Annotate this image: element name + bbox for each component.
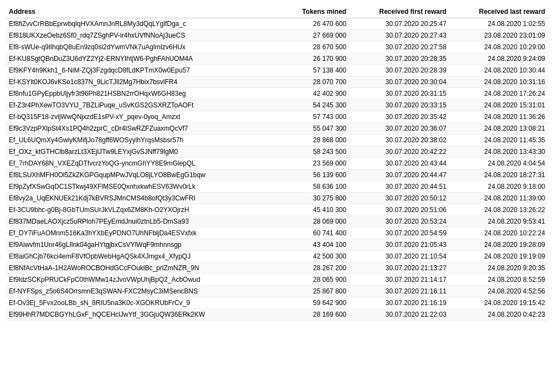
- address-cell: Ef9c3VzpPXlpSt4Xs1PQ4h2zprC_cDr4ISwRZFZu…: [6, 123, 281, 135]
- first-reward-cell: 30.07.2020 20:33:15: [350, 100, 450, 111]
- table-row: Ef-KSYlt0KOJ6vKSo1c837N_9LicTJll2Mg7Hbix…: [6, 76, 548, 88]
- address-cell: Ef9pZyfXSwGqDC1STkwj49XFlMSE0QxnhxkwhESV…: [6, 181, 281, 193]
- first-reward-cell: 30.07.2020 20:28:35: [350, 53, 450, 65]
- table-row: Ef8LSUXhMFH0Ol5ZkZKGPGqupMPwJVqLO8jLYO8B…: [6, 169, 548, 181]
- address-cell: Ef818UKXzeOebz6Sf0_rdq7ZSghPV-ir4hxUVfNN…: [6, 30, 281, 42]
- first-reward-cell: 30.07.2020 21:14:17: [350, 274, 450, 286]
- first-reward-cell: 30.07.2020 20:27:43: [350, 30, 450, 42]
- tokens-cell: 28 069 000: [281, 216, 350, 228]
- address-cell: Ef8fiZvvCrRBbEprwbqlqHVXAmnJnRL8My3dQqLY…: [6, 18, 281, 30]
- last-reward-cell: 24.08.2020 19:28:09: [450, 239, 548, 251]
- column-header-3: Received last reward: [450, 6, 548, 18]
- tokens-cell: 45 410 300: [281, 204, 350, 216]
- tokens-cell: 28 065 900: [281, 274, 350, 286]
- table-row: Ef-Ov3Ej_5Fvx2ooLBb_sN_8RIU5na3K0c-XGOKR…: [6, 297, 548, 309]
- tokens-cell: 54 245 300: [281, 100, 350, 111]
- last-reward-cell: 24.08.2020 17:26:24: [450, 88, 548, 100]
- first-reward-cell: 30.07.2020 21:10:54: [350, 251, 450, 262]
- tokens-cell: 42 500 300: [281, 251, 350, 262]
- first-reward-cell: 30.07.2020 21:22:03: [350, 309, 450, 321]
- tokens-cell: 57 743 000: [281, 111, 350, 123]
- last-reward-cell: 24.08.2020 9:18:00: [450, 181, 548, 193]
- tokens-cell: 28 267 200: [281, 262, 350, 274]
- column-header-1: Tokens mined: [281, 6, 350, 18]
- last-reward-cell: 24.08.2020 10:22:24: [450, 228, 548, 239]
- first-reward-cell: 30.07.2020 20:43:44: [350, 158, 450, 169]
- tokens-cell: 42 402 900: [281, 88, 350, 100]
- address-cell: Ef_7rhDAY68N_VXEZqDTfvcrzYoQG-yncmGhYY8E…: [6, 158, 281, 169]
- last-reward-cell: 24.08.2020 9:53:41: [450, 216, 548, 228]
- tokens-cell: 59 642 900: [281, 297, 350, 309]
- table-row: Ef-Z3r4PhXewTO3VYlJ_7BZLiPuqe_uSvKGS2GSX…: [6, 100, 548, 111]
- address-cell: Ef9KFY4h9Kkh1_6-NiM-ZQj3FzgdqcD8fLdKPTmX…: [6, 65, 281, 76]
- column-header-2: Received first reward: [350, 6, 450, 18]
- tokens-cell: 60 741 400: [281, 228, 350, 239]
- first-reward-cell: 30.07.2020 20:53:24: [350, 216, 450, 228]
- last-reward-cell: 24.08.2020 13:26:22: [450, 204, 548, 216]
- address-cell: Ef-NYFSps_z5o6S4OrrsmnE3qSWAN-FXC2MsyC3i…: [6, 286, 281, 297]
- tokens-cell: 23 569 000: [281, 158, 350, 169]
- last-reward-cell: 24.08.2020 8:52:59: [450, 274, 548, 286]
- table-row: Ef-NYFSps_z5o6S4OrrsmnE3qSWAN-FXC2MsyC3i…: [6, 286, 548, 297]
- tokens-cell: 57 138 400: [281, 65, 350, 76]
- tokens-cell: 58 243 500: [281, 146, 350, 158]
- last-reward-cell: 24.08.2020 9:24:09: [450, 53, 548, 65]
- address-cell: Ef-KU8SgtQBnDuZ3U6dYZ2Yj2-ERNYIhtjW6-Pgh…: [6, 53, 281, 65]
- first-reward-cell: 30.07.2020 20:42:22: [350, 146, 450, 158]
- tokens-cell: 28 868 000: [281, 135, 350, 146]
- last-reward-cell: 24.08.2020 13:43:30: [450, 146, 548, 158]
- last-reward-cell: 24.08.2020 18:27:31: [450, 169, 548, 181]
- table-row: Ef818UKXzeOebz6Sf0_rdq7ZSghPV-ir4hxUVfNN…: [6, 30, 548, 42]
- table-row: Ef9KFY4h9Kkh1_6-NiM-ZQj3FzgdqcD8fLdKPTmX…: [6, 65, 548, 76]
- tokens-cell: 28 169 600: [281, 309, 350, 321]
- first-reward-cell: 30.07.2020 21:16:11: [350, 286, 450, 297]
- table-row: Ef837MDaeLAOXjcz5uRPloh7PEyEmdJnui0ztnLb…: [6, 216, 548, 228]
- table-row: Ef99HhR7MDCBGYhLGxF_hQCEHclJwYtf_3GGjuQW…: [6, 309, 548, 321]
- tokens-cell: 25 867 800: [281, 286, 350, 297]
- tokens-cell: 56 139 600: [281, 169, 350, 181]
- address-cell: Ef9Aiwvfm1Unr46gLIlnk04gaHYtgjbxCsVYlWqF…: [6, 239, 281, 251]
- address-cell: Ef8-sWUe-q9IlhqbQ8uEn9zq0si2dYwmVNk7uAgl…: [6, 42, 281, 53]
- table-row: Ef_DY7iFuAOMnm516Ka3hYXbEyPDNO7UhNFbljDa…: [6, 228, 548, 239]
- table-row: Ef-KU8SgtQBnDuZ3U6dYZ2Yj2-ERNYIhtjW6-Pgh…: [6, 53, 548, 65]
- first-reward-cell: 30.07.2020 20:36:07: [350, 123, 450, 135]
- table-row: Ef_UL6UQmXy4GwiyKMifjJo78gff6WOSyylhYrqs…: [6, 135, 548, 146]
- first-reward-cell: 30.07.2020 20:27:58: [350, 42, 450, 53]
- last-reward-cell: 24.08.2020 9:20:35: [450, 262, 548, 274]
- address-cell: Ef-Z3r4PhXewTO3VYlJ_7BZLiPuqe_uSvKGS2GSX…: [6, 100, 281, 111]
- last-reward-cell: 24.08.2020 19:19:09: [450, 251, 548, 262]
- last-reward-cell: 24.08.2020 10:31:16: [450, 76, 548, 88]
- address-cell: Ef8NfAcVtHaA-1H2AWoROCBOHdGCcFOuklBc_prl…: [6, 262, 281, 274]
- address-cell: Ef8LSUXhMFH0Ol5ZkZKGPGqupMPwJVqLO8jLYO8B…: [6, 169, 281, 181]
- tokens-cell: 28 670 500: [281, 42, 350, 53]
- table-row: Ef_7rhDAY68N_VXEZqDTfvcrzYoQG-yncmGhYY8E…: [6, 158, 548, 169]
- first-reward-cell: 30.07.2020 20:44:51: [350, 181, 450, 193]
- first-reward-cell: 30.07.2020 20:38:02: [350, 135, 450, 146]
- first-reward-cell: 30.07.2020 21:05:43: [350, 239, 450, 251]
- tokens-cell: 26 470 600: [281, 18, 350, 30]
- address-cell: Ef99HhR7MDCBGYhLGxF_hQCEHclJwYtf_3GGjuQW…: [6, 309, 281, 321]
- last-reward-cell: 24.08.2020 4:52:56: [450, 286, 548, 297]
- tokens-cell: 55 047 300: [281, 123, 350, 135]
- tokens-cell: 58 636 100: [281, 181, 350, 193]
- last-reward-cell: 24.08.2020 11:45:35: [450, 135, 548, 146]
- first-reward-cell: 30.07.2020 21:13:27: [350, 262, 450, 274]
- table-row: Ef9ldzSCKpPRUCkFpC0thWMw14zJvoVWpUhjBpQ2…: [6, 274, 548, 286]
- first-reward-cell: 30.07.2020 20:44:47: [350, 169, 450, 181]
- address-cell: Ef-Ov3Ej_5Fvx2ooLBb_sN_8RIU5na3K0c-XGOKR…: [6, 297, 281, 309]
- table-row: Ef8nfu1GPyEppbUljyfr3t96Ph821HSBN2rrOHqx…: [6, 88, 548, 100]
- address-cell: Ef837MDaeLAOXjcz5uRPloh7PEyEmdJnui0ztnLb…: [6, 216, 281, 228]
- table-row: Ef8vy2a_UqEKNUEk21Kdj7kBVRSJMnCMS4b8ofQt…: [6, 193, 548, 204]
- last-reward-cell: 24.08.2020 19:15:42: [450, 297, 548, 309]
- table-row: Ef9pZyfXSwGqDC1STkwj49XFlMSE0QxnhxkwhESV…: [6, 181, 548, 193]
- main-table: AddressTokens minedReceived first reward…: [6, 6, 548, 321]
- address-cell: Ef8nfu1GPyEppbUljyfr3t96Ph821HSBN2rrOHqx…: [6, 88, 281, 100]
- address-cell: Ef8aiGhCjb76kci4emF8VfOpbWebHgAQSk4XJmgx…: [6, 251, 281, 262]
- address-cell: Ef-bQ315F18-zvljWwQNjxzdE1sPV-xY_pqev-0y…: [6, 111, 281, 123]
- first-reward-cell: 30.07.2020 20:28:39: [350, 65, 450, 76]
- last-reward-cell: 24.08.2020 1:02:55: [450, 18, 548, 30]
- column-header-0: Address: [6, 6, 281, 18]
- last-reward-cell: 24.08.2020 0:42:23: [450, 309, 548, 321]
- first-reward-cell: 30.07.2020 20:35:42: [350, 111, 450, 123]
- address-cell: Ef-KSYlt0KOJ6vKSo1c837N_9LicTJll2Mg7Hbix…: [6, 76, 281, 88]
